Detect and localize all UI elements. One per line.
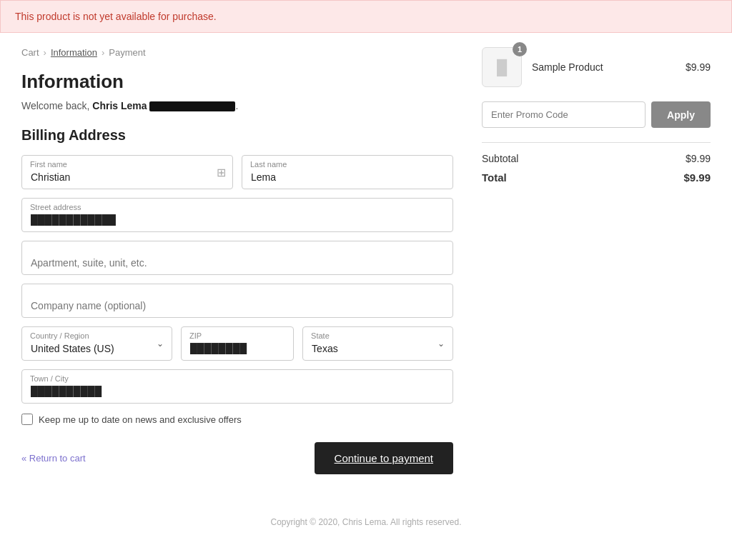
subtotal-value: $9.99: [686, 153, 711, 164]
footer-text: Copyright © 2020, Chris Lema. All rights…: [271, 517, 462, 527]
first-name-input[interactable]: [21, 155, 233, 189]
breadcrumb-sep-1: ›: [44, 47, 46, 58]
username: Chris Lema: [92, 100, 147, 111]
autofill-icon: ⊞: [217, 166, 226, 179]
welcome-message: Welcome back, Chris Lema .: [21, 100, 453, 111]
breadcrumb-payment[interactable]: Payment: [109, 47, 145, 58]
totals-section: Subtotal $9.99 Total $9.99: [482, 142, 711, 184]
promo-code-input[interactable]: [482, 101, 646, 128]
alert-message: This product is not yet available for pu…: [15, 11, 217, 22]
street-input[interactable]: [21, 198, 453, 232]
product-row: █ 1 Sample Product $9.99: [482, 47, 711, 87]
name-row: First name ⊞ Last name: [21, 155, 453, 189]
apartment-input[interactable]: [21, 241, 453, 275]
town-input[interactable]: [21, 369, 453, 404]
state-select[interactable]: Texas: [302, 326, 453, 361]
apartment-row: [21, 241, 453, 275]
page-title: Information: [21, 71, 453, 93]
breadcrumb: Cart › Information › Payment: [21, 47, 453, 58]
continue-to-payment-button[interactable]: Continue to payment: [315, 442, 453, 474]
company-group: [21, 284, 453, 318]
welcome-suffix: .: [235, 100, 238, 111]
product-image-placeholder: █: [497, 59, 507, 76]
apartment-group: [21, 241, 453, 275]
alert-banner: This product is not yet available for pu…: [0, 0, 732, 33]
return-to-cart-link[interactable]: « Return to cart: [21, 453, 86, 464]
zip-input[interactable]: [181, 326, 294, 361]
left-panel: Cart › Information › Payment Information…: [21, 47, 453, 474]
form-actions: « Return to cart Continue to payment: [21, 442, 453, 474]
subtotal-label: Subtotal: [482, 153, 518, 164]
promo-row: Apply: [482, 101, 711, 128]
breadcrumb-sep-2: ›: [102, 47, 104, 58]
footer: Copyright © 2020, Chris Lema. All rights…: [0, 503, 732, 534]
newsletter-label: Keep me up to date on news and exclusive…: [39, 414, 242, 425]
first-name-group: First name ⊞: [21, 155, 233, 189]
apply-promo-button[interactable]: Apply: [651, 101, 711, 128]
redacted-email: [149, 101, 235, 111]
state-group: State Texas ⌄: [302, 326, 453, 361]
town-group: Town / City: [21, 369, 453, 404]
last-name-input[interactable]: [242, 155, 453, 189]
town-row: Town / City: [21, 369, 453, 404]
company-input[interactable]: [21, 284, 453, 318]
total-row: Total $9.99: [482, 171, 711, 184]
right-panel: █ 1 Sample Product $9.99 Apply Subtotal …: [482, 47, 711, 474]
product-badge: 1: [513, 42, 527, 56]
country-select[interactable]: United States (US): [21, 326, 172, 361]
street-group: Street address: [21, 198, 453, 232]
total-label: Total: [482, 171, 507, 184]
product-image: █ 1: [482, 47, 522, 87]
welcome-prefix: Welcome back,: [21, 100, 92, 111]
newsletter-row: Keep me up to date on news and exclusive…: [21, 414, 453, 425]
street-row: Street address: [21, 198, 453, 232]
country-group: Country / Region United States (US) ⌄: [21, 326, 172, 361]
subtotal-row: Subtotal $9.99: [482, 153, 711, 164]
last-name-group: Last name: [242, 155, 453, 189]
product-name: Sample Product: [532, 61, 676, 73]
breadcrumb-cart[interactable]: Cart: [21, 47, 39, 58]
breadcrumb-information[interactable]: Information: [51, 47, 97, 58]
company-row: [21, 284, 453, 318]
newsletter-checkbox[interactable]: [21, 414, 33, 425]
zip-group: ZIP: [181, 326, 294, 361]
total-value: $9.99: [683, 171, 711, 184]
product-price: $9.99: [686, 61, 711, 73]
billing-section-title: Billing Address: [21, 127, 453, 144]
country-zip-state-row: Country / Region United States (US) ⌄ ZI…: [21, 326, 453, 361]
